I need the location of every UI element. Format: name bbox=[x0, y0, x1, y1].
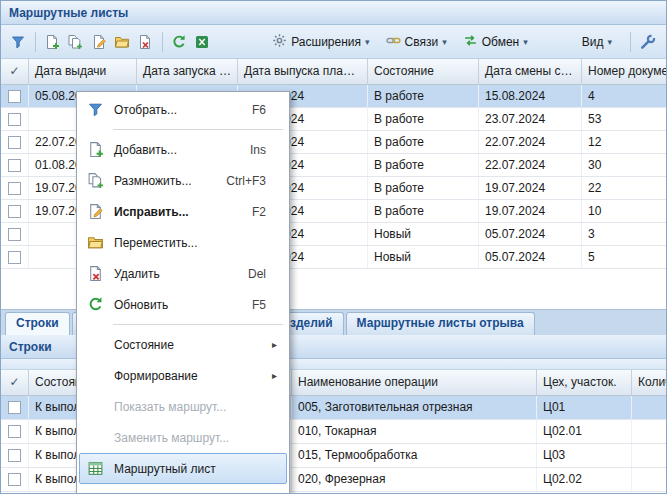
menu-item-formation[interactable]: Формирование ▸ bbox=[79, 360, 287, 391]
exchange-icon bbox=[463, 33, 482, 51]
row-checkbox[interactable] bbox=[1, 444, 29, 467]
menu-item-state[interactable]: Состояние ▸ bbox=[79, 329, 287, 360]
column-header-state-change-date[interactable]: Дата смены состояния bbox=[479, 59, 582, 84]
column-header-select[interactable]: ✓ bbox=[1, 59, 29, 84]
toolbar-separator bbox=[630, 32, 631, 52]
menu-item-refresh[interactable]: Обновить F5 ▸ bbox=[79, 289, 287, 320]
menu-item-route-sheet[interactable]: Маршрутный лист ▸ bbox=[79, 453, 287, 484]
folder-icon[interactable] bbox=[111, 30, 133, 54]
cell-workshop: Ц01 bbox=[537, 396, 632, 419]
cell-quantity bbox=[632, 420, 667, 443]
refresh-icon[interactable] bbox=[168, 30, 190, 54]
column-header-doc-number[interactable]: Номер документа bbox=[582, 59, 667, 84]
cell-operation-name: 020, Фрезерная bbox=[292, 468, 537, 491]
menu-item-delete[interactable]: Удалить Del ▸ bbox=[79, 258, 287, 289]
window-titlebar: Маршрутные листы bbox=[1, 1, 666, 25]
menu-item-label: Отобрать... bbox=[108, 103, 252, 117]
cell-state: В работе bbox=[368, 131, 479, 153]
cell-doc-number: 22 bbox=[582, 177, 667, 199]
menu-item-label: Исправить... bbox=[108, 205, 252, 219]
row-checkbox[interactable] bbox=[1, 154, 29, 176]
cell-workshop: Ц03 bbox=[537, 444, 632, 467]
page-del-icon bbox=[82, 265, 108, 282]
tab-tear-off-route-sheets[interactable]: Маршрутные листы отрыва bbox=[346, 312, 535, 335]
column-header-release-date[interactable]: Дата выпуска плановая bbox=[238, 59, 368, 84]
menu-item-edit[interactable]: Исправить... F2 ▸ bbox=[79, 196, 287, 227]
cell-operation-name: 010, Токарная bbox=[292, 420, 537, 443]
menu-item-show-route[interactable]: Показать маршрут... ▸ bbox=[79, 391, 287, 422]
row-checkbox[interactable] bbox=[1, 223, 29, 245]
column-header-quantity[interactable]: Количество bbox=[632, 370, 667, 395]
checkbox-box bbox=[8, 136, 21, 149]
filter-icon[interactable] bbox=[7, 30, 29, 54]
cell-state-change-date: 22.07.2024 bbox=[479, 154, 582, 176]
cell-state: В работе bbox=[368, 108, 479, 130]
column-header-state[interactable]: Состояние bbox=[368, 59, 479, 84]
cell-state-change-date: 05.07.2024 bbox=[479, 246, 582, 268]
page-plus-icon bbox=[82, 141, 108, 158]
menu-item-duplicate[interactable]: Размножить... Ctrl+F3 ▸ bbox=[79, 165, 287, 196]
checkbox-box bbox=[8, 473, 21, 486]
menu-separator: ▸ bbox=[79, 125, 287, 134]
menu-item-label: Состояние bbox=[108, 338, 266, 352]
cell-workshop: Ц02.02 bbox=[537, 468, 632, 491]
menu-item-label: Маршрутный лист bbox=[108, 462, 266, 476]
chevron-down-icon: ▾ bbox=[523, 37, 528, 47]
page-edit-icon[interactable] bbox=[87, 30, 109, 54]
dropdown-label: Вид bbox=[582, 35, 604, 49]
exchange-dropdown[interactable]: Обмен ▾ bbox=[455, 30, 536, 54]
links-dropdown[interactable]: Связи ▾ bbox=[378, 30, 455, 54]
column-header-launch-date[interactable]: Дата запуска плановая bbox=[137, 59, 238, 84]
column-header-issue-date[interactable]: Дата выдачи bbox=[29, 59, 137, 84]
section-title: Строки bbox=[9, 340, 52, 354]
filter-icon bbox=[82, 101, 108, 118]
dropdown-label: Обмен bbox=[482, 35, 520, 49]
menu-item-move[interactable]: Переместить... ▸ bbox=[79, 227, 287, 258]
row-checkbox[interactable] bbox=[1, 85, 29, 107]
row-checkbox[interactable] bbox=[1, 108, 29, 130]
cell-state: В работе bbox=[368, 177, 479, 199]
cell-doc-number: 10 bbox=[582, 200, 667, 222]
route-list-header: ✓ Дата выдачи Дата запуска плановая Дата… bbox=[1, 59, 666, 85]
tab-lines[interactable]: Строки bbox=[5, 312, 70, 335]
extensions-dropdown[interactable]: Расширения ▾ bbox=[264, 30, 377, 54]
row-checkbox[interactable] bbox=[1, 246, 29, 268]
cell-state: Новый bbox=[368, 223, 479, 245]
checkbox-box bbox=[8, 90, 21, 103]
folder-icon bbox=[82, 234, 108, 251]
row-checkbox[interactable] bbox=[1, 131, 29, 153]
page-plus-icon[interactable] bbox=[41, 30, 63, 54]
row-checkbox[interactable] bbox=[1, 200, 29, 222]
row-checkbox[interactable] bbox=[1, 420, 29, 443]
toolbar-separator bbox=[35, 32, 36, 52]
menu-item-add[interactable]: Добавить... Ins ▸ bbox=[79, 134, 287, 165]
menu-item-shortcut: Ctrl+F3 bbox=[226, 174, 272, 188]
cell-doc-number: 30 bbox=[582, 154, 667, 176]
submenu-arrow-icon: ▸ bbox=[272, 370, 282, 381]
cell-state: В работе bbox=[368, 200, 479, 222]
cell-doc-number: 12 bbox=[582, 131, 667, 153]
page-copy-icon[interactable] bbox=[64, 30, 86, 54]
column-header-select[interactable]: ✓ bbox=[1, 370, 29, 395]
excel-icon[interactable] bbox=[191, 30, 213, 54]
row-checkbox[interactable] bbox=[1, 177, 29, 199]
cell-workshop: Ц02.01 bbox=[537, 420, 632, 443]
row-checkbox[interactable] bbox=[1, 396, 29, 419]
route-icon bbox=[82, 460, 108, 477]
column-header-operation-name[interactable]: Наименование операции bbox=[292, 370, 537, 395]
menu-item-label: Удалить bbox=[108, 267, 248, 281]
view-dropdown[interactable]: Вид ▾ bbox=[574, 30, 620, 54]
page-copy-icon bbox=[82, 172, 108, 189]
column-header-workshop[interactable]: Цех, участок. bbox=[537, 370, 632, 395]
row-checkbox[interactable] bbox=[1, 468, 29, 491]
checkbox-box bbox=[8, 182, 21, 195]
checkbox-box bbox=[8, 401, 21, 414]
page-del-icon[interactable] bbox=[134, 30, 156, 54]
wrench-settings-button[interactable] bbox=[637, 30, 659, 54]
chevron-down-icon: ▾ bbox=[607, 37, 612, 47]
dropdown-label: Расширения bbox=[291, 35, 361, 49]
cell-state-change-date: 15.08.2024 bbox=[479, 85, 582, 107]
menu-item-replace-route[interactable]: Заменить маршрут... ▸ bbox=[79, 422, 287, 453]
page-title: Маршрутные листы bbox=[9, 6, 128, 20]
menu-item-filter[interactable]: Отобрать... F6 ▸ bbox=[79, 94, 287, 125]
